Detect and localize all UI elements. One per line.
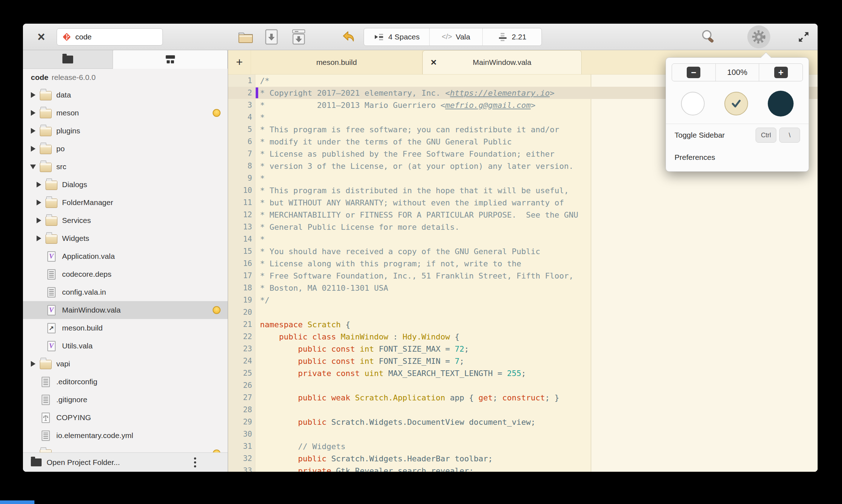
code-line-16[interactable]: 16* License along with this program; if … xyxy=(228,257,818,270)
line-position-button[interactable]: 2.21 xyxy=(483,28,541,46)
code-line-21[interactable]: 21namespace Scratch { xyxy=(228,318,818,331)
expand-arrow-icon[interactable] xyxy=(31,361,36,367)
tree-item-FolderManager[interactable]: FolderManager xyxy=(23,194,228,211)
tree-item-MainWindow.vala[interactable]: VMainWindow.vala xyxy=(23,301,228,319)
code-line-29[interactable]: 29 public Scratch.Widgets.DocumentView d… xyxy=(228,416,818,428)
expand-arrow-icon[interactable] xyxy=(37,236,41,241)
save-as-icon xyxy=(292,29,306,45)
tree-item-label: Dialogs xyxy=(62,180,87,189)
code-line-22[interactable]: 22 public class MainWindow : Hdy.Window … xyxy=(228,331,818,343)
file-tree[interactable]: datamesonpluginsposrcDialogsFolderManage… xyxy=(23,86,228,452)
project-title-field[interactable]: code xyxy=(57,28,163,46)
tree-item-Utils.vala[interactable]: VUtils.vala xyxy=(23,337,228,355)
tab-MainWindow.vala[interactable]: ×MainWindow.vala xyxy=(422,50,582,74)
scheme-solarized-option[interactable] xyxy=(724,92,748,115)
tab-project[interactable] xyxy=(113,50,228,69)
open-file-button[interactable] xyxy=(237,27,255,47)
code-line-10[interactable]: 10* This program is distributed in the h… xyxy=(228,184,818,196)
toggle-sidebar-menu-item[interactable]: Toggle Sidebar Ctrl\ xyxy=(672,124,803,146)
text-file-icon xyxy=(47,287,56,298)
settings-button[interactable] xyxy=(747,25,770,48)
tree-item-plugins[interactable]: plugins xyxy=(23,122,228,140)
tree-item-po[interactable]: po xyxy=(23,140,228,158)
tree-item-Services[interactable]: Services xyxy=(23,211,228,229)
tree-item-COPYING[interactable]: COPYING xyxy=(23,409,228,427)
line-number: 19 xyxy=(228,296,255,304)
code-line-9[interactable]: 9* xyxy=(228,172,818,184)
zoom-in-button[interactable]: + xyxy=(759,64,803,81)
tree-item-Dialogs[interactable]: Dialogs xyxy=(23,176,228,194)
save-file-button[interactable] xyxy=(262,27,280,47)
code-line-27[interactable]: 27 public weak Scratch.Application app {… xyxy=(228,391,818,404)
overflow-menu-icon[interactable] xyxy=(194,457,196,467)
code-line-24[interactable]: 24 public const int FONT_SIZE_MIN = 7; xyxy=(228,355,818,367)
code-line-17[interactable]: 17* Free Software Foundation, Inc., 51 F… xyxy=(228,270,818,282)
code-line-30[interactable]: 30 xyxy=(228,428,818,440)
window-close-button[interactable]: × xyxy=(34,30,49,43)
preferences-menu-item[interactable]: Preferences xyxy=(672,146,803,168)
tree-item-clipped[interactable] xyxy=(23,444,228,452)
collapse-arrow-icon[interactable] xyxy=(30,165,36,169)
undo-button[interactable] xyxy=(340,27,358,47)
expand-arrow-icon[interactable] xyxy=(31,92,36,98)
save-as-button[interactable] xyxy=(290,27,308,47)
code-line-20[interactable]: 20 xyxy=(228,306,818,318)
code-line-14[interactable]: 14* xyxy=(228,233,818,245)
tab-close-icon[interactable]: × xyxy=(431,57,436,68)
tree-item-.gitignore[interactable]: .gitignore xyxy=(23,391,228,409)
tree-item-meson.build[interactable]: ↗meson.build xyxy=(23,319,228,337)
tree-item-meson[interactable]: meson xyxy=(23,104,228,122)
tree-item-data[interactable]: data xyxy=(23,86,228,104)
open-project-folder-button[interactable]: Open Project Folder... xyxy=(47,458,120,467)
tab-open-files[interactable] xyxy=(23,50,113,69)
tab-meson.build[interactable]: meson.build xyxy=(251,50,422,74)
line-number: 6 xyxy=(228,137,255,146)
line-number: 28 xyxy=(228,405,255,414)
color-scheme-picker xyxy=(672,81,803,123)
tree-item-Widgets[interactable]: Widgets xyxy=(23,229,228,247)
line-number: 20 xyxy=(228,308,255,317)
code-line-25[interactable]: 25 private const uint MAX_SEARCH_TEXT_LE… xyxy=(228,367,818,379)
code-line-19[interactable]: 19*/ xyxy=(228,294,818,306)
indent-width-button[interactable]: 4 Spaces xyxy=(364,28,430,46)
git-branch-icon xyxy=(61,32,72,42)
expand-arrow-icon[interactable] xyxy=(37,182,41,187)
minus-icon: − xyxy=(687,67,700,78)
search-button[interactable] xyxy=(699,27,717,47)
tree-item-.editorconfig[interactable]: .editorconfig xyxy=(23,373,228,391)
zoom-out-button[interactable]: − xyxy=(672,64,716,81)
scheme-light-option[interactable] xyxy=(681,92,705,115)
expand-arrow-icon[interactable] xyxy=(37,218,41,223)
new-tab-button[interactable]: + xyxy=(228,50,251,74)
code-line-33[interactable]: 33 private Gtk.Revealer search_revealer; xyxy=(228,465,818,472)
code-line-11[interactable]: 11* but WITHOUT ANY WARRANTY; without ev… xyxy=(228,196,818,209)
code-line-23[interactable]: 23 public const int FONT_SIZE_MAX = 72; xyxy=(228,343,818,355)
expand-arrow-icon[interactable] xyxy=(37,200,41,205)
tree-item-codecore.deps[interactable]: codecore.deps xyxy=(23,265,228,283)
tree-item-config.vala.in[interactable]: config.vala.in xyxy=(23,283,228,301)
code-line-15[interactable]: 15* You should have received a copy of t… xyxy=(228,245,818,257)
code-line-31[interactable]: 31 // Widgets xyxy=(228,440,818,452)
expand-arrow-icon[interactable] xyxy=(31,128,36,134)
tree-item-Application.vala[interactable]: VApplication.vala xyxy=(23,247,228,265)
tree-item-vapi[interactable]: vapi xyxy=(23,355,228,373)
code-line-26[interactable]: 26 xyxy=(228,379,818,391)
code-line-12[interactable]: 12* MERCHANTABILITY or FITNESS FOR A PAR… xyxy=(228,209,818,221)
tree-item-label: src xyxy=(56,162,66,171)
project-header: code release-6.0.0 xyxy=(23,69,228,86)
line-position-label: 2.21 xyxy=(512,33,526,41)
tree-item-src[interactable]: src xyxy=(23,158,228,176)
code-line-28[interactable]: 28 xyxy=(228,404,818,416)
line-spacing-icon xyxy=(498,32,508,42)
language-button[interactable]: </> Vala xyxy=(430,28,483,46)
code-line-18[interactable]: 18* Boston, MA 02110-1301 USA xyxy=(228,282,818,294)
tree-item-io.elementary.code.yml[interactable]: io.elementary.code.yml xyxy=(23,427,228,444)
text-file-icon xyxy=(42,431,50,441)
expand-arrow-icon[interactable] xyxy=(31,110,36,116)
fullscreen-button[interactable] xyxy=(795,27,813,47)
text-file-icon xyxy=(47,269,56,280)
code-line-32[interactable]: 32 public Scratch.Widgets.HeaderBar tool… xyxy=(228,452,818,465)
expand-arrow-icon[interactable] xyxy=(31,146,36,152)
scheme-dark-option[interactable] xyxy=(768,91,794,117)
code-line-13[interactable]: 13* General Public License for more deta… xyxy=(228,221,818,233)
